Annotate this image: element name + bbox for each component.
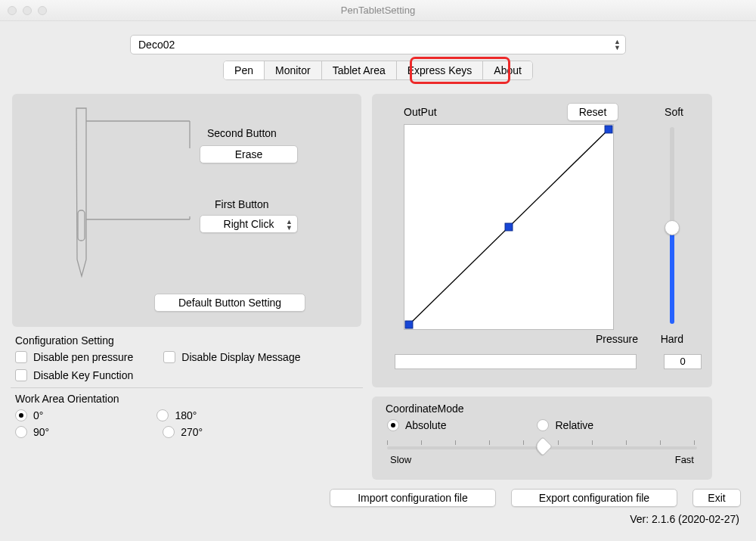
hard-label: Hard bbox=[661, 333, 683, 345]
svg-rect-6 bbox=[405, 321, 413, 328]
pressure-panel: OutPut Reset Soft Hard Pressure bbox=[372, 94, 712, 387]
export-config-button[interactable]: Export configuration file bbox=[511, 489, 677, 507]
tab-express-keys[interactable]: Express Keys bbox=[397, 61, 484, 79]
device-select[interactable]: Deco02 ▲▼ bbox=[130, 35, 626, 54]
chevron-updown-icon: ▲▼ bbox=[286, 219, 293, 231]
pressure-value: 0 bbox=[664, 354, 702, 369]
import-config-button[interactable]: Import configuration file bbox=[330, 489, 496, 507]
second-button-select[interactable]: Erase bbox=[200, 145, 298, 163]
disable-pen-pressure-checkbox[interactable]: Disable pen pressure bbox=[15, 351, 133, 363]
tab-monitor[interactable]: Monitor bbox=[265, 61, 322, 79]
orientation-270[interactable]: 270° bbox=[163, 426, 203, 438]
softness-slider[interactable] bbox=[670, 127, 674, 324]
pressure-meter bbox=[395, 354, 637, 369]
chevron-updown-icon: ▲▼ bbox=[614, 39, 621, 51]
titlebar: PenTabletSetting bbox=[0, 0, 756, 21]
window-title: PenTabletSetting bbox=[0, 5, 756, 16]
orientation-heading: Work Area Orientation bbox=[15, 393, 361, 405]
output-label: OutPut bbox=[404, 106, 437, 118]
second-button-label: Second Button bbox=[207, 127, 277, 139]
svg-rect-0 bbox=[78, 210, 85, 241]
coord-relative[interactable]: Relative bbox=[537, 419, 593, 431]
minimize-icon[interactable] bbox=[23, 6, 32, 15]
window-body: Deco02 ▲▼ Pen Monitor Tablet Area Expres… bbox=[0, 21, 756, 541]
pen-panel: Second Button Erase First Button Right C… bbox=[12, 94, 361, 327]
coordinate-mode-panel: CoordinateMode Absolute Relative Slow Fa… bbox=[372, 396, 712, 480]
close-icon[interactable] bbox=[8, 6, 17, 15]
default-button-setting[interactable]: Default Button Setting bbox=[154, 294, 305, 312]
orientation-90[interactable]: 90° bbox=[15, 426, 49, 438]
coord-absolute[interactable]: Absolute bbox=[387, 419, 446, 431]
tab-tablet-area[interactable]: Tablet Area bbox=[322, 61, 397, 79]
fast-label: Fast bbox=[675, 454, 694, 465]
soft-label: Soft bbox=[665, 106, 683, 118]
svg-rect-8 bbox=[605, 126, 612, 133]
orientation-180[interactable]: 180° bbox=[156, 409, 197, 421]
speed-slider[interactable]: Slow Fast bbox=[387, 436, 697, 455]
pressure-axis-label: Pressure bbox=[596, 333, 638, 345]
config-heading: Configuration Setting bbox=[15, 334, 361, 347]
tabs: Pen Monitor Tablet Area Express Keys Abo… bbox=[12, 61, 744, 83]
zoom-icon[interactable] bbox=[38, 6, 47, 15]
window-controls bbox=[8, 6, 47, 15]
device-select-value: Deco02 bbox=[138, 39, 175, 51]
pressure-curve[interactable] bbox=[404, 124, 614, 330]
disable-display-message-checkbox[interactable]: Disable Display Message bbox=[163, 351, 300, 363]
disable-key-function-checkbox[interactable]: Disable Key Function bbox=[15, 369, 133, 381]
slow-label: Slow bbox=[390, 454, 411, 465]
first-button-label: First Button bbox=[215, 198, 269, 210]
exit-button[interactable]: Exit bbox=[692, 489, 741, 507]
coord-heading: CoordinateMode bbox=[386, 403, 702, 415]
svg-rect-7 bbox=[505, 223, 513, 231]
tab-about[interactable]: About bbox=[483, 61, 532, 79]
reset-button[interactable]: Reset bbox=[567, 103, 618, 121]
pen-illustration bbox=[65, 104, 201, 294]
version-label: Ver: 2.1.6 (2020-02-27) bbox=[12, 513, 744, 525]
configuration-setting: Configuration Setting Disable pen pressu… bbox=[12, 334, 361, 438]
tab-pen[interactable]: Pen bbox=[224, 61, 265, 79]
first-button-select[interactable]: Right Click ▲▼ bbox=[200, 215, 298, 233]
orientation-0[interactable]: 0° bbox=[15, 409, 43, 421]
